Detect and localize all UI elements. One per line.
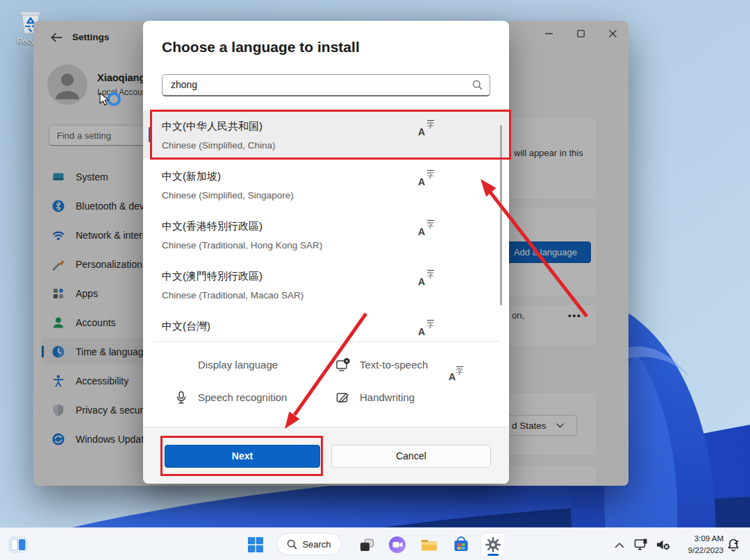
- feature-speech-recognition: Speech recognition: [174, 381, 287, 414]
- widgets-icon: [8, 534, 28, 555]
- file-explorer-button[interactable]: [417, 532, 442, 557]
- tray-chevron-button[interactable]: [610, 532, 629, 557]
- language-list: 中文(中华人民共和国) Chinese (Simplified, China) …: [143, 111, 509, 344]
- folder-icon: [419, 535, 439, 554]
- clock-time: 3:09 AM: [688, 533, 724, 545]
- handwriting-icon: [335, 390, 351, 405]
- language-option-zh-tw[interactable]: 中文(台灣) A字: [143, 311, 509, 341]
- divider: [153, 341, 499, 342]
- task-view-icon: [358, 536, 375, 553]
- tray-network-button[interactable]: [631, 532, 651, 557]
- notification-bell-button[interactable]: [722, 532, 744, 557]
- display-language-icon: A字: [418, 321, 435, 337]
- dialog-footer: Next Cancel: [143, 427, 509, 484]
- feature-text-to-speech: Text-to-speech: [335, 348, 428, 381]
- start-button[interactable]: [243, 532, 268, 557]
- language-option-zh-mo[interactable]: 中文(澳門特別行政區) Chinese (Traditional, Macao …: [143, 261, 509, 308]
- settings-taskbar-button[interactable]: [481, 532, 506, 557]
- store-icon: [451, 535, 471, 554]
- search-icon: [287, 539, 297, 550]
- search-value: zhong: [162, 75, 490, 94]
- feature-display-language: A字 Display language: [174, 348, 278, 381]
- feature-handwriting: Handwriting: [335, 381, 415, 414]
- language-option-zh-cn[interactable]: 中文(中华人民共和国) Chinese (Simplified, China) …: [143, 111, 509, 158]
- language-search-input[interactable]: zhong: [162, 74, 490, 96]
- search-label: Search: [302, 539, 331, 550]
- chat-button[interactable]: [385, 532, 410, 557]
- dialog-title: Choose a language to install: [162, 39, 360, 56]
- display-language-icon: A字: [418, 121, 435, 137]
- language-option-zh-hk[interactable]: 中文(香港特別行政區) Chinese (Traditional, Hong K…: [143, 211, 509, 258]
- taskbar: Search: [0, 527, 750, 560]
- taskbar-search[interactable]: Search: [276, 533, 342, 555]
- chat-icon: [388, 535, 407, 554]
- task-view-button[interactable]: [354, 532, 379, 557]
- scrollbar[interactable]: [500, 125, 502, 305]
- gear-icon: [484, 536, 502, 554]
- widgets-button[interactable]: [6, 532, 31, 557]
- language-option-zh-sg[interactable]: 中文(新加坡) Chinese (Simplified, Singapore) …: [143, 161, 509, 208]
- selected-indicator: [149, 127, 151, 142]
- screen: Recycle Settings Xiaoqiang: [0, 0, 750, 560]
- clock-date: 9/22/2023: [688, 545, 724, 557]
- display-language-icon: A字: [449, 367, 464, 382]
- display-language-icon: A字: [418, 271, 435, 287]
- bell-icon: [726, 538, 740, 552]
- store-button[interactable]: [449, 532, 474, 557]
- tray-clock[interactable]: 3:09 AM 9/22/2023: [688, 533, 724, 556]
- display-network-icon: [633, 538, 649, 552]
- microphone-icon: [174, 390, 189, 405]
- search-icon: [472, 80, 483, 90]
- next-button[interactable]: Next: [165, 445, 320, 468]
- text-to-speech-icon: [335, 357, 351, 373]
- choose-language-dialog: Choose a language to install zhong 中文(中华…: [143, 21, 509, 484]
- windows-logo-icon: [247, 536, 264, 553]
- chevron-up-icon: [615, 542, 624, 548]
- active-app-indicator: [488, 554, 499, 556]
- tray-volume-button[interactable]: [653, 532, 674, 557]
- display-language-icon: A字: [418, 221, 435, 237]
- cancel-button[interactable]: Cancel: [331, 445, 491, 468]
- display-language-icon: A字: [418, 171, 435, 187]
- speaker-muted-icon: [656, 538, 671, 551]
